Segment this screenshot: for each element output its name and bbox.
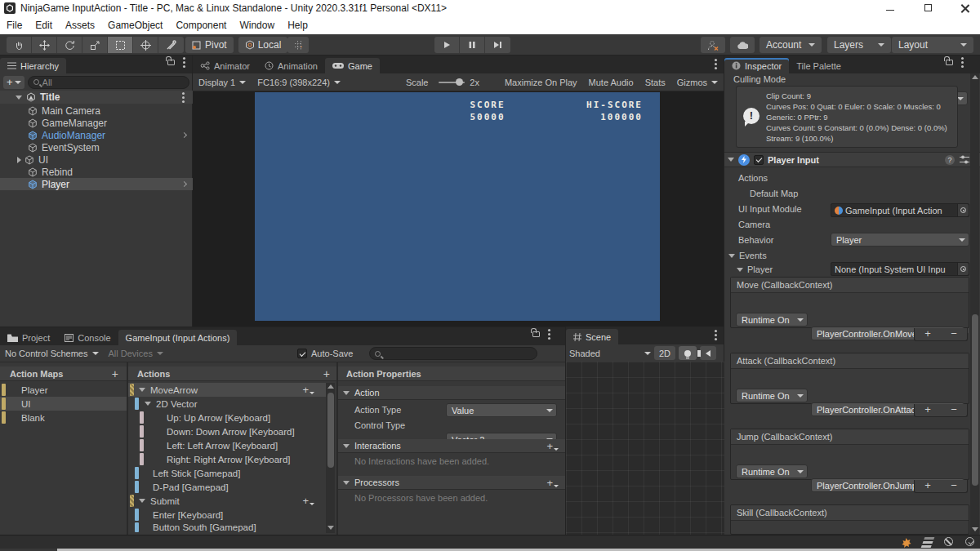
scroll-up-icon[interactable] <box>972 75 978 79</box>
maximize-button[interactable] <box>923 3 934 13</box>
player-input-component-header[interactable]: Player Input ? <box>724 152 980 167</box>
event-mode-dropdown[interactable]: Runtime On <box>736 313 808 327</box>
scene-foldout-icon[interactable] <box>16 96 22 100</box>
scrollbar-thumb[interactable] <box>327 393 334 468</box>
hierarchy-item-main-camera[interactable]: Main Camera <box>0 104 193 117</box>
actions-search-field[interactable] <box>384 349 532 358</box>
transform-tool-icon[interactable] <box>133 37 158 53</box>
progress-ok-icon[interactable] <box>965 537 974 546</box>
minimize-button[interactable] <box>885 3 897 13</box>
binding-row-down[interactable]: Down: Down Arrow [Keyboard] <box>128 424 326 438</box>
action-section-header[interactable]: Action <box>338 386 565 400</box>
scroll-down-icon[interactable] <box>972 527 978 531</box>
component-enabled-checkbox[interactable] <box>754 155 764 165</box>
layout-dropdown[interactable]: Layout <box>892 37 973 53</box>
autosave-toggle[interactable]: Auto-Save <box>297 349 353 358</box>
hierarchy-item-eventsystem[interactable]: EventSystem <box>0 141 193 153</box>
action-row-submit[interactable]: Submit + <box>128 494 326 508</box>
add-event-button[interactable]: + <box>915 480 941 492</box>
default-map-dropdown[interactable]: Player <box>831 233 969 247</box>
add-binding-button[interactable]: + <box>302 384 314 396</box>
hierarchy-item-player[interactable]: Player <box>0 178 193 190</box>
hierarchy-item-rebind[interactable]: Rebind <box>0 166 193 178</box>
hierarchy-item-gamemanager[interactable]: GameManager <box>0 117 193 129</box>
tab-animation[interactable]: Animation <box>257 58 325 73</box>
actions-scrollbar[interactable] <box>326 383 335 533</box>
hierarchy-menu-icon[interactable] <box>183 61 185 64</box>
remove-event-button[interactable]: − <box>941 404 967 416</box>
tab-console[interactable]: Console <box>57 330 118 345</box>
menu-gameobject[interactable]: GameObject <box>101 20 169 31</box>
hierarchy-search-field[interactable] <box>42 78 184 87</box>
step-button[interactable] <box>485 37 510 53</box>
gizmos-dropdown[interactable]: Gizmos <box>671 78 724 87</box>
pause-button[interactable] <box>460 37 485 53</box>
cache-layers-icon[interactable] <box>923 538 933 544</box>
panel-menu-icon[interactable] <box>548 333 550 335</box>
object-picker-icon[interactable] <box>957 263 969 275</box>
add-interaction-button[interactable]: + <box>546 440 559 452</box>
mute-audio-button[interactable]: Mute Audio <box>583 78 639 87</box>
binding-row-leftstick[interactable]: Left Stick [Gamepad] <box>128 466 326 480</box>
scroll-down-icon[interactable] <box>327 526 334 530</box>
action-map-player[interactable]: Player <box>0 383 127 397</box>
autosave-checkbox[interactable] <box>297 349 307 358</box>
rotate-tool-icon[interactable] <box>57 37 82 53</box>
stats-button[interactable]: Stats <box>639 78 671 87</box>
add-action-map-button[interactable]: + <box>112 367 118 380</box>
tab-tile-palette[interactable]: Tile Palette <box>789 58 849 73</box>
add-event-button[interactable]: + <box>915 328 941 340</box>
action-map-blank[interactable]: Blank <box>0 411 127 424</box>
scale-slider[interactable] <box>439 82 465 83</box>
binding-row-up[interactable]: Up: Up Arrow [Keyboard] <box>128 411 326 424</box>
event-mode-dropdown[interactable]: Runtime On <box>736 389 808 402</box>
play-button[interactable] <box>434 37 460 53</box>
binding-row-dpad[interactable]: D-Pad [Gamepad] <box>128 480 326 494</box>
add-event-button[interactable]: + <box>915 404 941 416</box>
event-mode-dropdown[interactable]: Runtime On <box>736 464 808 478</box>
component-foldout-icon[interactable] <box>728 158 734 162</box>
2d-toggle-button[interactable]: 2D <box>654 346 675 360</box>
game-panel-menu-icon[interactable] <box>715 63 717 65</box>
presets-icon[interactable] <box>960 155 969 164</box>
action-map-ui[interactable]: UI <box>0 397 127 411</box>
action-row-movearrow[interactable]: MoveArrow + <box>128 383 326 397</box>
prefab-open-chevron-icon[interactable] <box>181 132 187 138</box>
tab-hierarchy[interactable]: Hierarchy <box>0 58 66 73</box>
inspector-lock-icon[interactable] <box>946 60 953 65</box>
menu-window[interactable]: Window <box>233 20 281 31</box>
rect-tool-icon[interactable] <box>108 37 133 53</box>
audio-toggle-icon[interactable] <box>700 346 716 360</box>
prefab-open-chevron-icon[interactable] <box>181 181 187 187</box>
add-processor-button[interactable]: + <box>546 477 559 489</box>
tab-scene[interactable]: Scene <box>566 329 618 344</box>
lighting-toggle-icon[interactable] <box>679 346 697 360</box>
processors-section-header[interactable]: Processors + <box>338 476 565 490</box>
grid-snap-icon[interactable] <box>287 37 309 53</box>
hand-tool-icon[interactable] <box>7 37 32 53</box>
scale-tool-icon[interactable] <box>82 37 108 53</box>
scene-header-row[interactable]: Title <box>0 91 193 104</box>
scrollbar-thumb[interactable] <box>972 314 978 486</box>
binding-row-right[interactable]: Right: Right Arrow [Keyboard] <box>128 452 326 466</box>
menu-file[interactable]: File <box>0 20 29 31</box>
collapsed-foldout-icon[interactable] <box>17 157 21 163</box>
tab-inspector[interactable]: Inspector <box>724 58 789 73</box>
tab-gameinput[interactable]: GameInput (Input Actions) <box>118 330 238 345</box>
disabled-sync-icon[interactable] <box>944 537 953 546</box>
scroll-up-icon[interactable] <box>327 384 334 389</box>
object-picker-icon[interactable] <box>957 204 969 216</box>
hierarchy-lock-icon[interactable] <box>167 60 175 65</box>
binding-row-enter[interactable]: Enter [Keyboard] <box>128 508 326 522</box>
account-dropdown[interactable]: Account <box>760 37 822 53</box>
local-toggle[interactable]: Local <box>238 37 288 53</box>
collab-icon[interactable] <box>701 37 725 53</box>
actions-object-field[interactable]: GameInput (Input Action <box>831 203 969 217</box>
layers-dropdown[interactable]: Layers <box>827 37 891 53</box>
pivot-toggle[interactable]: Pivot <box>185 37 234 53</box>
scene-menu-icon[interactable] <box>182 96 185 99</box>
hierarchy-add-button[interactable]: + <box>3 76 24 89</box>
cloud-icon[interactable] <box>730 37 755 53</box>
action-row-2dvector[interactable]: 2D Vector <box>128 397 326 411</box>
tab-animator[interactable]: Animator <box>193 58 257 73</box>
